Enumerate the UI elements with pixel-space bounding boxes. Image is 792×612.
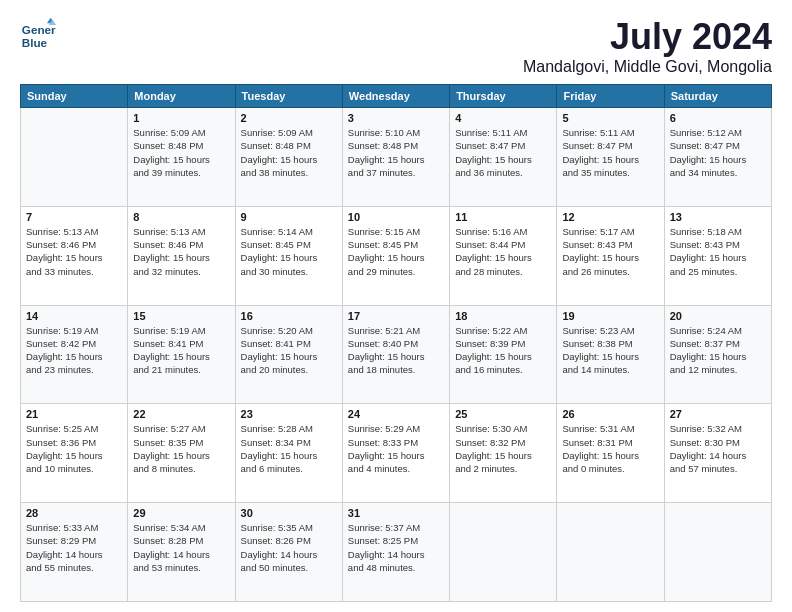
calendar-cell: 29Sunrise: 5:34 AMSunset: 8:28 PMDayligh…	[128, 503, 235, 602]
day-info: Sunrise: 5:33 AMSunset: 8:29 PMDaylight:…	[26, 521, 122, 574]
day-number: 22	[133, 408, 229, 420]
day-info: Sunrise: 5:11 AMSunset: 8:47 PMDaylight:…	[455, 126, 551, 179]
calendar-cell: 13Sunrise: 5:18 AMSunset: 8:43 PMDayligh…	[664, 206, 771, 305]
day-info: Sunrise: 5:12 AMSunset: 8:47 PMDaylight:…	[670, 126, 766, 179]
calendar-cell: 14Sunrise: 5:19 AMSunset: 8:42 PMDayligh…	[21, 305, 128, 404]
day-number: 3	[348, 112, 444, 124]
day-number: 9	[241, 211, 337, 223]
calendar-cell: 21Sunrise: 5:25 AMSunset: 8:36 PMDayligh…	[21, 404, 128, 503]
day-number: 2	[241, 112, 337, 124]
day-info: Sunrise: 5:14 AMSunset: 8:45 PMDaylight:…	[241, 225, 337, 278]
day-info: Sunrise: 5:13 AMSunset: 8:46 PMDaylight:…	[26, 225, 122, 278]
week-row-3: 14Sunrise: 5:19 AMSunset: 8:42 PMDayligh…	[21, 305, 772, 404]
header-sunday: Sunday	[21, 85, 128, 108]
logo: General Blue	[20, 16, 56, 52]
header-monday: Monday	[128, 85, 235, 108]
day-info: Sunrise: 5:16 AMSunset: 8:44 PMDaylight:…	[455, 225, 551, 278]
svg-text:Blue: Blue	[22, 36, 48, 49]
calendar-cell	[557, 503, 664, 602]
week-row-5: 28Sunrise: 5:33 AMSunset: 8:29 PMDayligh…	[21, 503, 772, 602]
calendar-cell: 31Sunrise: 5:37 AMSunset: 8:25 PMDayligh…	[342, 503, 449, 602]
day-number: 25	[455, 408, 551, 420]
day-info: Sunrise: 5:17 AMSunset: 8:43 PMDaylight:…	[562, 225, 658, 278]
calendar-cell: 16Sunrise: 5:20 AMSunset: 8:41 PMDayligh…	[235, 305, 342, 404]
day-number: 5	[562, 112, 658, 124]
day-number: 28	[26, 507, 122, 519]
day-number: 8	[133, 211, 229, 223]
day-number: 21	[26, 408, 122, 420]
calendar-cell: 18Sunrise: 5:22 AMSunset: 8:39 PMDayligh…	[450, 305, 557, 404]
day-info: Sunrise: 5:28 AMSunset: 8:34 PMDaylight:…	[241, 422, 337, 475]
calendar-cell: 26Sunrise: 5:31 AMSunset: 8:31 PMDayligh…	[557, 404, 664, 503]
day-info: Sunrise: 5:18 AMSunset: 8:43 PMDaylight:…	[670, 225, 766, 278]
calendar-cell	[21, 108, 128, 207]
day-info: Sunrise: 5:23 AMSunset: 8:38 PMDaylight:…	[562, 324, 658, 377]
calendar-cell: 17Sunrise: 5:21 AMSunset: 8:40 PMDayligh…	[342, 305, 449, 404]
day-info: Sunrise: 5:34 AMSunset: 8:28 PMDaylight:…	[133, 521, 229, 574]
calendar-cell: 12Sunrise: 5:17 AMSunset: 8:43 PMDayligh…	[557, 206, 664, 305]
calendar: Sunday Monday Tuesday Wednesday Thursday…	[20, 84, 772, 602]
day-info: Sunrise: 5:20 AMSunset: 8:41 PMDaylight:…	[241, 324, 337, 377]
day-number: 4	[455, 112, 551, 124]
calendar-cell: 2Sunrise: 5:09 AMSunset: 8:48 PMDaylight…	[235, 108, 342, 207]
day-number: 30	[241, 507, 337, 519]
weekday-header-row: Sunday Monday Tuesday Wednesday Thursday…	[21, 85, 772, 108]
header-tuesday: Tuesday	[235, 85, 342, 108]
calendar-cell: 30Sunrise: 5:35 AMSunset: 8:26 PMDayligh…	[235, 503, 342, 602]
calendar-cell: 11Sunrise: 5:16 AMSunset: 8:44 PMDayligh…	[450, 206, 557, 305]
day-info: Sunrise: 5:27 AMSunset: 8:35 PMDaylight:…	[133, 422, 229, 475]
day-number: 10	[348, 211, 444, 223]
day-number: 1	[133, 112, 229, 124]
week-row-4: 21Sunrise: 5:25 AMSunset: 8:36 PMDayligh…	[21, 404, 772, 503]
day-info: Sunrise: 5:32 AMSunset: 8:30 PMDaylight:…	[670, 422, 766, 475]
day-number: 24	[348, 408, 444, 420]
week-row-1: 1Sunrise: 5:09 AMSunset: 8:48 PMDaylight…	[21, 108, 772, 207]
day-info: Sunrise: 5:11 AMSunset: 8:47 PMDaylight:…	[562, 126, 658, 179]
day-number: 27	[670, 408, 766, 420]
header-thursday: Thursday	[450, 85, 557, 108]
day-number: 6	[670, 112, 766, 124]
calendar-cell: 28Sunrise: 5:33 AMSunset: 8:29 PMDayligh…	[21, 503, 128, 602]
day-info: Sunrise: 5:35 AMSunset: 8:26 PMDaylight:…	[241, 521, 337, 574]
title-block: July 2024 Mandalgovi, Middle Govi, Mongo…	[523, 16, 772, 76]
calendar-cell: 3Sunrise: 5:10 AMSunset: 8:48 PMDaylight…	[342, 108, 449, 207]
day-number: 23	[241, 408, 337, 420]
calendar-cell: 7Sunrise: 5:13 AMSunset: 8:46 PMDaylight…	[21, 206, 128, 305]
calendar-cell: 5Sunrise: 5:11 AMSunset: 8:47 PMDaylight…	[557, 108, 664, 207]
page-title: July 2024	[523, 16, 772, 58]
calendar-cell: 20Sunrise: 5:24 AMSunset: 8:37 PMDayligh…	[664, 305, 771, 404]
header-friday: Friday	[557, 85, 664, 108]
day-number: 11	[455, 211, 551, 223]
day-info: Sunrise: 5:09 AMSunset: 8:48 PMDaylight:…	[133, 126, 229, 179]
calendar-cell: 8Sunrise: 5:13 AMSunset: 8:46 PMDaylight…	[128, 206, 235, 305]
day-info: Sunrise: 5:19 AMSunset: 8:41 PMDaylight:…	[133, 324, 229, 377]
day-info: Sunrise: 5:25 AMSunset: 8:36 PMDaylight:…	[26, 422, 122, 475]
calendar-cell: 23Sunrise: 5:28 AMSunset: 8:34 PMDayligh…	[235, 404, 342, 503]
day-info: Sunrise: 5:24 AMSunset: 8:37 PMDaylight:…	[670, 324, 766, 377]
calendar-cell: 4Sunrise: 5:11 AMSunset: 8:47 PMDaylight…	[450, 108, 557, 207]
day-info: Sunrise: 5:21 AMSunset: 8:40 PMDaylight:…	[348, 324, 444, 377]
day-info: Sunrise: 5:19 AMSunset: 8:42 PMDaylight:…	[26, 324, 122, 377]
day-number: 19	[562, 310, 658, 322]
calendar-cell	[664, 503, 771, 602]
day-number: 7	[26, 211, 122, 223]
calendar-cell: 15Sunrise: 5:19 AMSunset: 8:41 PMDayligh…	[128, 305, 235, 404]
day-number: 20	[670, 310, 766, 322]
calendar-cell: 24Sunrise: 5:29 AMSunset: 8:33 PMDayligh…	[342, 404, 449, 503]
day-info: Sunrise: 5:37 AMSunset: 8:25 PMDaylight:…	[348, 521, 444, 574]
page-subtitle: Mandalgovi, Middle Govi, Mongolia	[523, 58, 772, 76]
day-info: Sunrise: 5:13 AMSunset: 8:46 PMDaylight:…	[133, 225, 229, 278]
day-number: 29	[133, 507, 229, 519]
day-number: 12	[562, 211, 658, 223]
day-info: Sunrise: 5:15 AMSunset: 8:45 PMDaylight:…	[348, 225, 444, 278]
calendar-cell: 6Sunrise: 5:12 AMSunset: 8:47 PMDaylight…	[664, 108, 771, 207]
header: General Blue July 2024 Mandalgovi, Middl…	[20, 16, 772, 76]
day-info: Sunrise: 5:10 AMSunset: 8:48 PMDaylight:…	[348, 126, 444, 179]
day-info: Sunrise: 5:29 AMSunset: 8:33 PMDaylight:…	[348, 422, 444, 475]
calendar-cell: 19Sunrise: 5:23 AMSunset: 8:38 PMDayligh…	[557, 305, 664, 404]
calendar-cell: 22Sunrise: 5:27 AMSunset: 8:35 PMDayligh…	[128, 404, 235, 503]
calendar-cell	[450, 503, 557, 602]
day-info: Sunrise: 5:22 AMSunset: 8:39 PMDaylight:…	[455, 324, 551, 377]
day-number: 15	[133, 310, 229, 322]
day-number: 26	[562, 408, 658, 420]
